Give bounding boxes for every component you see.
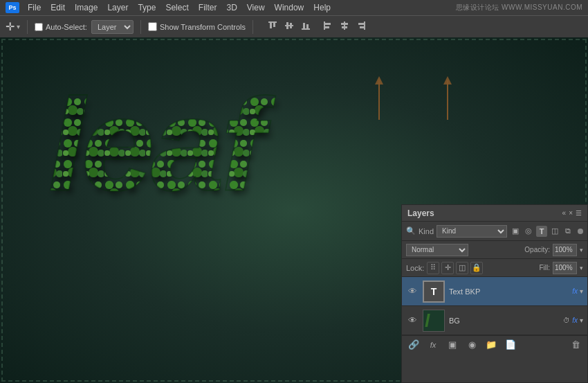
layer-name-bg: BG [449,317,559,325]
filter-toggle-dot[interactable] [578,229,583,234]
layers-panel-title: Layers [407,208,434,218]
align-top-icon[interactable] [266,19,279,35]
divider-2 [140,20,141,34]
svg-rect-3 [285,25,293,26]
filter-type-icon[interactable]: T [536,226,547,237]
lock-pixels-icon[interactable]: ⠿ [427,262,439,274]
fill-label: Fill: [539,264,550,271]
menu-layer[interactable]: Layer [103,1,132,14]
lock-position-icon[interactable]: ✛ [441,262,454,274]
layer-chevron-text-bkp[interactable]: ▾ [580,287,583,295]
filter-pixel-icon[interactable]: ▣ [510,226,521,237]
transform-checkbox[interactable] [148,22,157,31]
svg-rect-10 [325,23,331,25]
add-adjustment-btn[interactable]: ◉ [464,337,479,353]
auto-select-label[interactable]: Auto-Select: [35,23,87,31]
opacity-label: Opacity: [524,246,550,253]
lock-icons-group: ⠿ ✛ ◫ 🔒 [427,262,483,274]
layers-panel-header: Layers « × ☰ [402,205,587,222]
transform-text: Show Transform Controls [160,23,246,31]
menu-view[interactable]: View [243,1,269,14]
layer-chevron-bg[interactable]: ▾ [580,317,583,324]
align-vcenter-icon[interactable] [282,19,296,35]
new-group-btn[interactable]: 📁 [484,337,499,353]
menu-select[interactable]: Select [161,1,192,14]
svg-rect-1 [270,23,272,28]
layers-bottom: 🔗 fx ▣ ◉ 📁 📄 🗑 [402,335,587,353]
svg-rect-12 [344,21,345,30]
watermark: 思缘设计论坛 WWW.MISSYUAN.COM [456,3,582,12]
layer-item-text-bkp[interactable]: 👁 T Text BKP fx ▾ [402,277,587,306]
layer-actions-bg: ⏱ fx ▾ [563,317,583,324]
divider-3 [252,20,253,34]
layers-lock-bar: Lock: ⠿ ✛ ◫ 🔒 Fill: ▾ [402,259,587,277]
svg-text:leaf: leaf [48,71,276,214]
leaf-text-svg: leaf leaf [42,55,387,214]
ps-logo: Ps [6,2,19,13]
align-icons-group [266,19,368,35]
layer-fx-text-bkp[interactable]: fx [572,287,578,295]
fill-input[interactable] [553,262,577,274]
fill-arrow: ▾ [580,265,583,271]
blend-mode-dropdown[interactable]: Normal Multiply Screen Overlay [406,244,468,256]
layers-list: 👁 T Text BKP fx ▾ 👁 l BG ⏱ [402,277,587,335]
svg-rect-7 [303,23,305,28]
svg-rect-16 [358,23,364,25]
layer-thumb-bg: l [423,310,445,332]
svg-rect-0 [268,21,277,23]
svg-rect-5 [290,23,292,28]
layer-visibility-text-bkp[interactable]: 👁 [406,285,419,298]
svg-rect-8 [306,24,309,28]
svg-text:l: l [425,310,430,331]
filter-smart-icon[interactable]: ⧉ [562,226,573,237]
svg-rect-17 [360,26,364,28]
menu-type[interactable]: Type [134,1,160,14]
filter-shape-icon[interactable]: ◫ [549,226,560,237]
move-tool-icon: ✛ ▾ [6,20,20,33]
svg-rect-9 [324,21,325,30]
layers-blend-bar: Normal Multiply Screen Overlay Opacity: … [402,241,587,259]
svg-rect-15 [364,21,365,30]
add-style-btn[interactable]: fx [425,337,441,353]
menu-3d[interactable]: 3D [222,1,241,14]
layers-collapse-btn[interactable]: « [562,209,567,217]
layer-item-bg[interactable]: 👁 l BG ⏱ fx ▾ [402,306,587,335]
align-hcenter-icon[interactable] [338,19,351,35]
layer-name-text-bkp: Text BKP [449,287,568,296]
opacity-arrow: ▾ [580,247,583,253]
opacity-input[interactable] [553,244,577,256]
layer-visibility-bg[interactable]: 👁 [406,314,419,327]
filter-adjust-icon[interactable]: ◎ [523,226,534,237]
align-left-icon[interactable] [321,19,335,35]
menu-window[interactable]: Window [270,1,309,14]
new-layer-btn[interactable]: 📄 [503,337,518,353]
menu-edit[interactable]: Edit [46,1,69,14]
layers-close-btn[interactable]: × [569,209,573,217]
svg-rect-4 [286,22,288,29]
link-layers-btn[interactable]: 🔗 [406,337,421,353]
menu-image[interactable]: Image [71,1,102,14]
lock-artboard-icon[interactable]: ◫ [456,262,468,274]
layers-panel: Layers « × ☰ 🔍 Kind Kind Name Effect Mod… [401,204,588,383]
annotation-arrow-2 [441,75,454,123]
filter-icons: ▣ ◎ T ◫ ⧉ [510,226,573,237]
add-mask-btn[interactable]: ▣ [445,337,460,353]
transform-checkbox-label[interactable]: Show Transform Controls [148,22,246,31]
menu-file[interactable]: File [24,1,45,14]
svg-rect-11 [325,26,329,28]
menu-help[interactable]: Help [309,1,335,14]
align-right-icon[interactable] [354,19,368,35]
delete-layer-btn[interactable]: 🗑 [568,337,583,353]
lock-all-icon[interactable]: 🔒 [470,262,483,274]
lock-label: Lock: [406,264,424,272]
menu-filter[interactable]: Filter [194,1,221,14]
layer-fx-bg[interactable]: fx [572,317,578,324]
auto-select-checkbox[interactable] [35,23,43,31]
align-bottom-icon[interactable] [299,19,313,35]
filter-dropdown[interactable]: Kind Name Effect Mode Attribute Color [437,225,507,238]
svg-rect-2 [273,23,275,27]
annotation-arrow-1 [372,75,386,123]
layers-menu-btn[interactable]: ☰ [576,209,582,217]
divider-1 [27,20,28,34]
layer-select[interactable]: Layer Group [91,20,134,34]
